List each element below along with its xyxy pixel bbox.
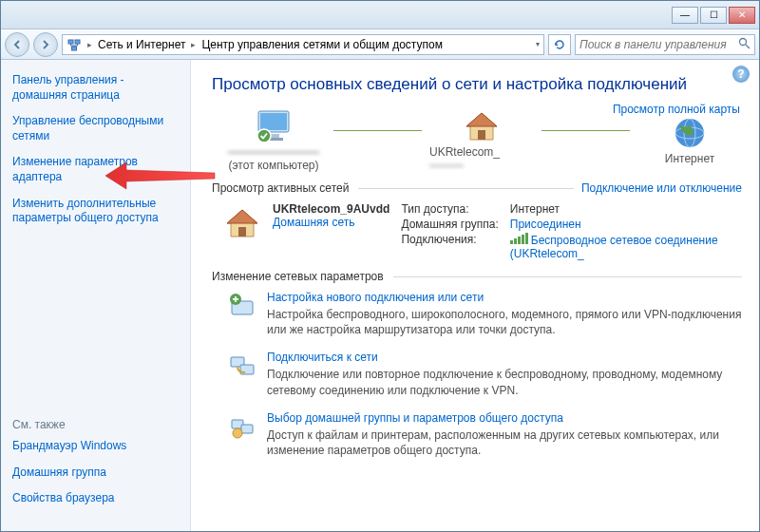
full-map-link[interactable]: Просмотр полной карты xyxy=(613,103,740,116)
address-bar[interactable]: ▸ Сеть и Интернет ▸ Центр управления сет… xyxy=(62,34,544,55)
see-also-browser[interactable]: Свойства браузера xyxy=(12,491,179,506)
task-new-connection: Настройка нового подключения или сети На… xyxy=(227,291,742,337)
svg-line-4 xyxy=(746,45,750,48)
homegroup-value-link[interactable]: Присоединен xyxy=(510,218,742,231)
breadcrumb-sharing-center[interactable]: Центр управления сетями и общим доступом xyxy=(201,38,443,51)
connections-value-link[interactable]: Беспроводное сетевое соединение (UKRtele… xyxy=(510,233,742,260)
chevron-right-icon: ▸ xyxy=(87,40,92,49)
node-computer-sublabel: (этот компьютер) xyxy=(229,159,319,172)
task-desc: Доступ к файлам и принтерам, расположенн… xyxy=(267,428,742,458)
connect-icon xyxy=(227,351,257,381)
connect-disconnect-link[interactable]: Подключение или отключение xyxy=(581,181,742,195)
node-computer-name: ———————— xyxy=(228,145,319,159)
node-router: UKRtelecom_——— xyxy=(429,107,534,172)
network-map: ———————— (этот компьютер) UKRtelecom_———… xyxy=(221,107,742,172)
svg-rect-0 xyxy=(68,40,73,44)
svg-rect-1 xyxy=(75,40,80,44)
node-internet: Интернет xyxy=(637,114,742,165)
sidebar: Панель управления - домашняя страница Уп… xyxy=(1,60,191,531)
task-homegroup: Выбор домашней группы и параметров общег… xyxy=(227,411,742,458)
svg-point-3 xyxy=(740,38,747,45)
titlebar: — ☐ ✕ xyxy=(1,1,759,29)
see-also-label: См. также xyxy=(12,418,179,431)
close-button[interactable]: ✕ xyxy=(729,7,755,24)
computer-icon xyxy=(253,107,294,145)
network-icon xyxy=(66,37,82,52)
task-new-connection-link[interactable]: Настройка нового подключения или сети xyxy=(267,291,742,304)
body: Панель управления - домашняя страница Уп… xyxy=(1,60,759,531)
network-info: UKRtelecom_9AUvdd Домашняя сеть xyxy=(273,202,390,260)
house-icon xyxy=(461,107,503,145)
network-type-link[interactable]: Домашняя сеть xyxy=(273,216,390,229)
page-title: Просмотр основных сведений о сети и наст… xyxy=(212,75,742,94)
new-connection-icon xyxy=(227,291,257,321)
minimize-button[interactable]: — xyxy=(672,7,698,24)
search-input[interactable] xyxy=(580,38,738,51)
node-router-label: UKRtelecom_——— xyxy=(429,145,534,172)
search-box[interactable] xyxy=(575,34,755,55)
help-icon[interactable]: ? xyxy=(732,66,750,83)
see-also-homegroup[interactable]: Домашняя группа xyxy=(12,466,179,481)
address-dropdown-icon[interactable]: ▾ xyxy=(536,40,540,48)
task-desc: Настройка беспроводного, широкополосного… xyxy=(267,307,742,337)
connection-line xyxy=(542,130,630,131)
svg-marker-12 xyxy=(466,113,497,126)
svg-rect-2 xyxy=(72,47,77,50)
sidebar-home-link[interactable]: Панель управления - домашняя страница xyxy=(12,73,179,103)
homegroup-label: Домашняя группа: xyxy=(401,218,498,231)
network-center-window: — ☐ ✕ ▸ Сеть и Интернет ▸ Центр управлен… xyxy=(0,0,760,532)
signal-bars-icon xyxy=(510,233,528,244)
task-connect: Подключиться к сети Подключение или повт… xyxy=(227,351,742,397)
svg-point-26 xyxy=(233,428,242,438)
refresh-button[interactable] xyxy=(548,34,571,55)
breadcrumb-network[interactable]: Сеть и Интернет xyxy=(98,38,185,51)
homegroup-icon xyxy=(227,411,257,442)
sidebar-item-wireless[interactable]: Управление беспроводными сетями xyxy=(12,114,179,143)
see-also-firewall[interactable]: Брандмауэр Windows xyxy=(12,439,179,454)
forward-button[interactable] xyxy=(33,32,58,57)
maximize-button[interactable]: ☐ xyxy=(700,7,727,24)
network-details: Тип доступа: Интернет Домашняя группа: П… xyxy=(401,202,742,260)
svg-rect-13 xyxy=(478,130,485,140)
node-internet-label: Интернет xyxy=(665,152,714,165)
search-icon xyxy=(738,37,750,52)
connections-label: Подключения: xyxy=(401,233,498,260)
svg-rect-25 xyxy=(241,425,253,433)
access-type-value: Интернет xyxy=(510,202,742,216)
globe-icon xyxy=(669,114,711,152)
node-this-computer: ———————— (этот компьютер) xyxy=(221,107,326,172)
connection-line xyxy=(333,130,422,131)
change-settings-header: Изменение сетевых параметров xyxy=(212,270,742,283)
house-icon xyxy=(223,202,261,244)
toolbar: ▸ Сеть и Интернет ▸ Центр управления сет… xyxy=(1,29,759,60)
task-homegroup-link[interactable]: Выбор домашней группы и параметров общег… xyxy=(267,411,742,425)
svg-marker-18 xyxy=(227,210,257,223)
active-networks-header: Просмотр активных сетей Подключение или … xyxy=(212,181,742,195)
task-connect-link[interactable]: Подключиться к сети xyxy=(267,351,742,364)
chevron-right-icon: ▸ xyxy=(191,40,196,49)
tasks-list: Настройка нового подключения или сети На… xyxy=(227,291,742,458)
access-type-label: Тип доступа: xyxy=(401,202,498,216)
sidebar-item-sharing[interactable]: Изменить дополнительные параметры общего… xyxy=(12,197,179,226)
sidebar-item-adapter[interactable]: Изменение параметров адаптера xyxy=(12,155,179,184)
network-name: UKRtelecom_9AUvdd xyxy=(273,202,390,216)
back-button[interactable] xyxy=(5,32,29,57)
svg-rect-19 xyxy=(238,227,246,237)
active-network-row: UKRtelecom_9AUvdd Домашняя сеть Тип дост… xyxy=(223,202,742,260)
svg-rect-7 xyxy=(260,113,287,130)
task-desc: Подключение или повторное подключение к … xyxy=(267,367,742,397)
main-content: ? Просмотр основных сведений о сети и на… xyxy=(191,60,759,531)
